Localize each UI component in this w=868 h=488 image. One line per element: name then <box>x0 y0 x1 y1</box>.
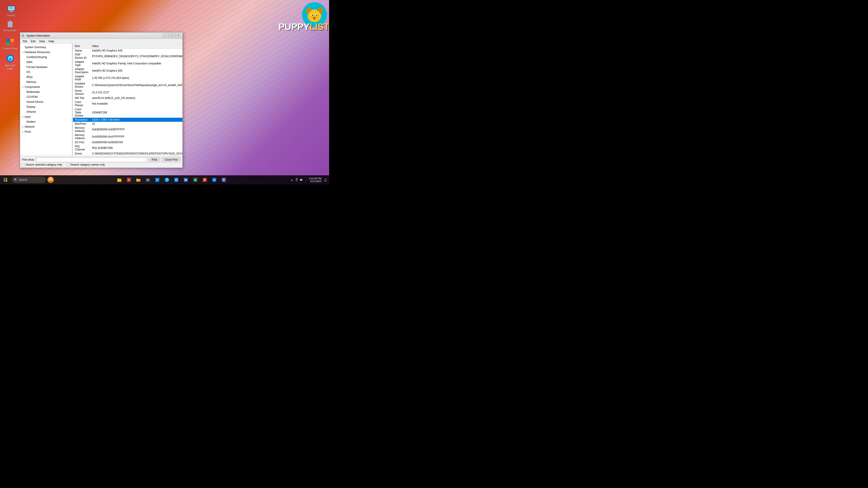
taskbar-app-camera[interactable] <box>143 175 152 184</box>
tree-label-components: Components <box>25 86 71 89</box>
tree-label-sound-device: Sound Device <box>26 100 71 103</box>
toggle-system-summary[interactable] <box>21 45 25 49</box>
tree-label-multimedia: Multimedia <box>26 90 71 94</box>
user-avatar[interactable] <box>48 177 54 183</box>
tree-item-input[interactable]: ► Input <box>20 114 72 119</box>
menu-edit[interactable]: Edit <box>29 39 37 43</box>
taskbar-app-notification[interactable]: 1 <box>124 175 133 184</box>
tree-item-components[interactable]: ▼ Components <box>20 85 72 90</box>
tree-item-conflicts[interactable]: Conflicts/Sharing <box>20 55 72 60</box>
table-row[interactable]: Installed DriversC:\Windows\System32\Dri… <box>73 82 182 89</box>
word-icon: W <box>183 177 188 182</box>
table-row[interactable]: IRQ ChannelIRQ 4294967288 <box>73 144 182 152</box>
toggle-network[interactable]: ► <box>21 125 25 129</box>
volume-icon[interactable] <box>300 178 303 182</box>
svg-point-39 <box>50 178 52 180</box>
tree-item-sound-device[interactable]: Sound Device <box>20 99 72 104</box>
find-input[interactable] <box>36 157 147 162</box>
start-button[interactable] <box>0 175 11 184</box>
tree-item-network[interactable]: ► Network <box>20 124 72 129</box>
tree-item-dma[interactable]: DMA <box>20 60 72 65</box>
taskbar-apps: 1 <box>54 175 289 184</box>
toggle-hardware-resources[interactable]: ▼ <box>21 51 25 54</box>
table-cell-value: 4294967296 <box>90 107 182 118</box>
tree-label-modem: Modem <box>26 120 71 123</box>
tree-item-ports[interactable]: ► Ports <box>20 129 72 134</box>
tree-item-modem[interactable]: Modem <box>20 119 72 124</box>
menu-file[interactable]: File <box>21 39 29 43</box>
table-cell-value: 1.00 GB (1,073,741,824 bytes) <box>90 74 182 82</box>
taskbar-search-icon: 🔍 <box>14 178 18 182</box>
tree-item-hardware-resources[interactable]: ▼ Hardware Resources <box>20 50 72 55</box>
table-row[interactable]: INF Fileoem35.inf (iKBLD_w10_DS section) <box>73 96 182 100</box>
taskbar-app-outlook[interactable]: O <box>210 175 219 184</box>
taskbar-app-store[interactable] <box>172 175 181 184</box>
toggle-input[interactable]: ► <box>21 115 25 119</box>
taskbar-time[interactable]: 3:32:09 PM 6/11/2024 <box>307 177 323 183</box>
taskbar-app-edge[interactable] <box>162 175 171 184</box>
table-row[interactable]: NameIntel(R) HD Graphics 620 <box>73 48 182 53</box>
table-row[interactable]: Driver Version31.0.101.2127 <box>73 89 182 96</box>
taskbar-app-tasks[interactable] <box>153 175 162 184</box>
taskbar-app-folder[interactable] <box>134 175 143 184</box>
close-find-button[interactable]: Close Find <box>162 157 181 162</box>
table-row[interactable]: Color Table Entries4294967296 <box>73 107 182 118</box>
minimize-button[interactable]: – <box>162 33 168 38</box>
taskbar-search[interactable]: 🔍 Search <box>12 177 46 183</box>
table-row[interactable]: Adapter DescriptionIntel(R) HD Graphics … <box>73 67 182 74</box>
table-cell-value: 1920 x 1080 x 60 hertz <box>90 118 182 122</box>
tree-item-multimedia[interactable]: Multimedia <box>20 90 72 94</box>
taskbar-app-powerpoint[interactable]: P <box>200 175 209 184</box>
table-cell-value: IRQ 4294967288 <box>90 144 182 152</box>
tree-item-display[interactable]: Display <box>20 104 72 109</box>
wifi-icon[interactable] <box>294 178 298 182</box>
toggle-components[interactable]: ▼ <box>21 85 25 89</box>
tree-item-io[interactable]: I/O <box>20 70 72 74</box>
toggle-ports[interactable]: ► <box>21 130 25 133</box>
search-selected-category-label[interactable]: Search selected category only <box>22 163 62 166</box>
svg-rect-11 <box>6 39 10 42</box>
search-selected-category-checkbox[interactable] <box>22 163 25 166</box>
desktop-icon-microsoft-edge[interactable]: Microsoft Edge <box>1 53 19 71</box>
tree-item-forced-hardware[interactable]: Forced Hardware <box>20 65 72 70</box>
desktop-icon-recycle-bin[interactable]: Recycle Bin <box>1 18 19 33</box>
window-controls: – □ ✕ <box>162 33 181 38</box>
tree-item-memory[interactable]: Memory <box>20 79 72 85</box>
search-category-names-text: Search category names only <box>70 163 105 166</box>
tree-item-cd-rom[interactable]: CD-ROM <box>20 94 72 99</box>
menu-view[interactable]: View <box>37 39 47 43</box>
table-row[interactable]: Adapter RAM1.00 GB (1,073,741,824 bytes) <box>73 74 182 82</box>
desktop-icon-this-pc[interactable]: PC This PC <box>2 3 20 18</box>
tree-item-irqs[interactable]: IRQs <box>20 74 72 79</box>
table-row[interactable]: Resolution1920 x 1080 x 60 hertz <box>73 118 182 122</box>
table-row[interactable]: Adapter TypeIntel(R) HD Graphics Family,… <box>73 60 182 67</box>
table-row[interactable]: DriverC:\WINDOWS\SYSTEM32\DRIVERSTORE\FI… <box>73 152 182 156</box>
find-button[interactable]: Find <box>149 157 160 162</box>
taskbar-app-word[interactable]: W <box>181 175 190 184</box>
table-row[interactable]: I/O Port0x0000F000-0x0000F03F <box>73 140 182 144</box>
menu-help[interactable]: Help <box>47 39 56 43</box>
table-cell-item: Adapter Description <box>73 67 90 74</box>
close-button[interactable]: ✕ <box>175 33 181 38</box>
table-row[interactable]: PNP Device IDPCI\VEN_8086&DEV_5916&SUBSY… <box>73 53 182 60</box>
table-cell-item: Adapter Type <box>73 60 90 67</box>
desktop-icon-control-panel[interactable]: Control Panel <box>1 36 19 51</box>
svg-rect-36 <box>4 180 5 182</box>
maximize-button[interactable]: □ <box>169 33 175 38</box>
desktop-icon-recycle-bin-label: Recycle Bin <box>4 29 17 32</box>
svg-point-22 <box>312 14 313 16</box>
search-category-names-checkbox[interactable] <box>67 163 70 166</box>
table-row[interactable]: Memory Address0xEB000000-0xEBFFFFFF <box>73 126 182 133</box>
taskbar-app-excel[interactable]: X <box>191 175 200 184</box>
table-row[interactable]: Bits/Pixel32 <box>73 122 182 126</box>
taskbar-app-teams[interactable]: T <box>219 175 228 184</box>
tree-item-infrared[interactable]: Infrared <box>20 109 72 114</box>
table-row[interactable]: Color PlanesNot Available <box>73 100 182 107</box>
taskbar-app-file-explorer[interactable] <box>115 175 124 184</box>
notification-bell-icon[interactable] <box>324 178 327 182</box>
chevron-up-icon[interactable]: ▲ <box>291 178 293 181</box>
tree-item-system-summary[interactable]: System Summary <box>20 45 72 50</box>
window-content: System Summary ▼ Hardware Resources <box>20 44 182 168</box>
table-row[interactable]: Memory Address0xA0000000-0xAFFFFFFF <box>73 133 182 140</box>
search-category-names-label[interactable]: Search category names only <box>67 163 105 166</box>
